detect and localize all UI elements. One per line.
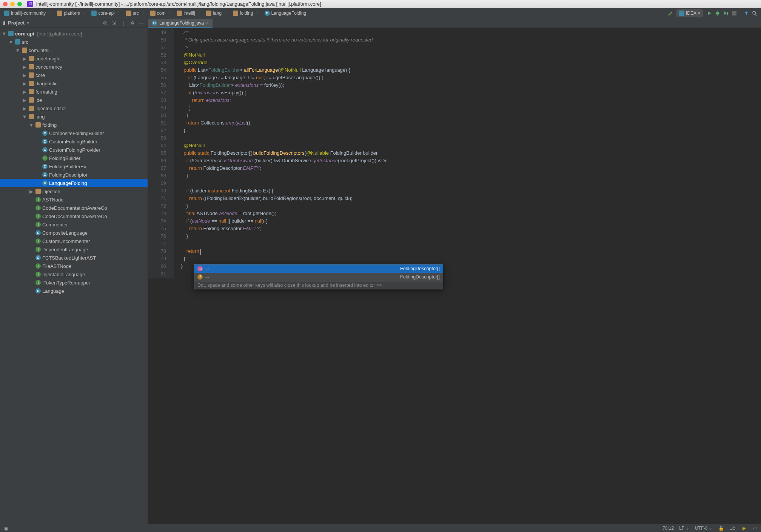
tree-node[interactable]: ▶ide [0, 96, 148, 104]
tree-node[interactable]: ▼com.intellij [0, 46, 148, 54]
zoom-dot[interactable] [17, 2, 22, 6]
source[interactable]: /** * Only queries base language results… [174, 28, 761, 278]
editor-tab[interactable]: C LanguageFolding.java × [148, 19, 213, 28]
tree-arrow[interactable]: ▼ [15, 48, 20, 53]
tree-node[interactable]: ▶core [0, 71, 148, 79]
tree-node[interactable]: ▼folding [0, 121, 148, 129]
search-icon[interactable] [750, 11, 759, 16]
tree-arrow[interactable]: ▶ [22, 97, 27, 103]
completion-item[interactable]: m⇢builder.buildFoldRegions(ASTNode node,… [194, 264, 443, 273]
tree-arrow[interactable]: ▶ [22, 56, 27, 62]
tree-node[interactable]: ▶codeInsight [0, 54, 148, 63]
hide-icon[interactable]: — [138, 20, 145, 26]
tree-arrow[interactable]: ▶ [22, 106, 27, 111]
tree-node[interactable]: CCustomFoldingBuilder [0, 137, 148, 146]
debug-icon[interactable] [713, 11, 722, 16]
build-icon[interactable] [666, 10, 674, 16]
breadcrumb-item[interactable]: folding〉 [231, 10, 262, 16]
tree-arrow[interactable]: ▶ [29, 189, 34, 194]
tree-node[interactable]: IFileASTNode [0, 262, 148, 270]
project-tree[interactable]: ▼core-api[intellij.platform.core]▼src▼co… [0, 28, 148, 524]
node-label: FoldingBuilder [49, 155, 80, 161]
tree-node[interactable]: CFoldingBuilderEx [0, 162, 148, 171]
tree-arrow[interactable]: ▼ [8, 39, 14, 45]
tree-node[interactable]: ▶injection [0, 187, 148, 195]
tree-node[interactable]: ▼src [0, 38, 148, 46]
breadcrumb-item[interactable]: src〉 [124, 10, 148, 16]
tree-node[interactable]: ICommenter [0, 220, 148, 229]
collapse-icon[interactable]: ｜ [120, 20, 126, 26]
tree-arrow[interactable]: ▼ [22, 114, 27, 120]
tree-node[interactable]: ICodeDocumentationAwareCo [0, 212, 148, 220]
tree-arrow[interactable]: ▼ [2, 31, 7, 37]
lock-icon[interactable]: 🔓 [718, 526, 724, 531]
status-bar: ▣ 78:12 LF ≑ UTF-8 ≑ 🔓 ⎇ ◉ ▭ [0, 524, 761, 532]
node-label: formatting [35, 89, 57, 95]
completion-item[interactable]: f⇢FoldingDescriptor.EMPTY (com.intellij.… [194, 273, 443, 281]
memory-icon[interactable]: ▭ [752, 526, 758, 531]
tree-node[interactable]: ▼core-api[intellij.platform.core] [0, 29, 148, 38]
breadcrumb-item[interactable]: core-api〉 [89, 10, 124, 16]
tree-arrow[interactable]: ▶ [22, 89, 27, 95]
breadcrumb-item[interactable]: intellij-community〉 [2, 10, 55, 16]
run-coverage-icon[interactable] [722, 11, 730, 16]
tree-node[interactable]: IDependentLanguage [0, 245, 148, 254]
close-dot[interactable] [3, 2, 8, 6]
git-icon[interactable]: ⎇ [729, 526, 735, 531]
project-tool-window: ▮ Project ▾ ◎ ⇲ ｜ ✲ — ▼core-api[intellij… [0, 18, 148, 524]
run-config-selector[interactable]: IDEA ▾ [676, 9, 703, 17]
node-label: CodeDocumentationAwareCo [42, 205, 107, 211]
tree-node[interactable]: ▶injected.editor [0, 104, 148, 112]
settings-gear-icon[interactable]: ✲ [129, 20, 136, 26]
tree-node[interactable]: ▶formatting [0, 88, 148, 96]
tree-node[interactable]: CCompositeFoldingBuilder [0, 129, 148, 137]
expand-all-icon[interactable]: ⇲ [111, 20, 117, 26]
minimize-dot[interactable] [10, 2, 15, 6]
project-header: ▮ Project ▾ ◎ ⇲ ｜ ✲ — [0, 18, 148, 28]
completion-popup[interactable]: m⇢builder.buildFoldRegions(ASTNode node,… [194, 264, 443, 289]
breadcrumb-item[interactable]: CLanguageFolding [263, 11, 308, 16]
tree-node[interactable]: IInjectableLanguage [0, 270, 148, 278]
tree-node[interactable]: CCustomFoldingProvider [0, 146, 148, 154]
tree-arrow[interactable]: ▼ [29, 122, 34, 128]
run-icon[interactable] [705, 11, 713, 16]
vcs-update-icon[interactable] [742, 11, 750, 16]
tree-node[interactable]: CFCTSBackedLighterAST [0, 254, 148, 262]
tool-windows-icon[interactable]: ▣ [3, 526, 9, 531]
folder-icon [29, 114, 34, 119]
tree-node[interactable]: CFoldingDescriptor [0, 171, 148, 179]
tree-arrow[interactable]: ▶ [22, 72, 27, 78]
folder-icon [150, 11, 156, 16]
inspector-icon[interactable]: ◉ [741, 526, 747, 531]
svg-point-7 [753, 11, 756, 14]
node-label: FileASTNode [42, 263, 71, 269]
breadcrumb-item[interactable]: com〉 [148, 10, 175, 16]
tree-node[interactable]: ▶diagnostic [0, 79, 148, 88]
tree-node[interactable]: IFoldingBuilder [0, 154, 148, 162]
tree-node[interactable]: ▶concurrency [0, 63, 148, 71]
locate-icon[interactable]: ◎ [102, 20, 108, 26]
breadcrumb-item[interactable]: intellij〉 [175, 10, 204, 16]
breadcrumb-item[interactable]: platform〉 [55, 10, 89, 16]
tree-node[interactable]: ▼lang [0, 112, 148, 121]
tree-node[interactable]: CLanguage [0, 287, 148, 295]
caret-position[interactable]: 78:12 [662, 526, 674, 531]
encoding[interactable]: UTF-8 ≑ [695, 526, 713, 531]
folder-icon [29, 81, 34, 86]
close-tab-icon[interactable]: × [206, 20, 209, 26]
stop-icon[interactable] [730, 11, 738, 15]
tree-node[interactable]: CLanguageFolding [0, 179, 148, 187]
tree-node[interactable]: CCompositeLanguage [0, 229, 148, 237]
tree-node[interactable]: IITokenTypeRemapper [0, 278, 148, 287]
line-sep[interactable]: LF ≑ [679, 526, 689, 531]
tree-node[interactable]: ICodeDocumentationAwareCo [0, 204, 148, 212]
window-title: intellij-community [~/intellij-community… [36, 1, 321, 7]
tree-arrow[interactable]: ▶ [22, 81, 27, 86]
breadcrumb-label: LanguageFolding [271, 11, 307, 16]
code-editor[interactable]: 4950515253545556575859606162636465666768… [148, 28, 761, 524]
tree-node[interactable]: IASTNode [0, 195, 148, 204]
tree-arrow[interactable]: ▶ [22, 64, 27, 70]
node-label: src [22, 39, 28, 45]
breadcrumb-item[interactable]: lang〉 [204, 10, 231, 16]
tree-node[interactable]: ICustomUncommenter [0, 237, 148, 245]
